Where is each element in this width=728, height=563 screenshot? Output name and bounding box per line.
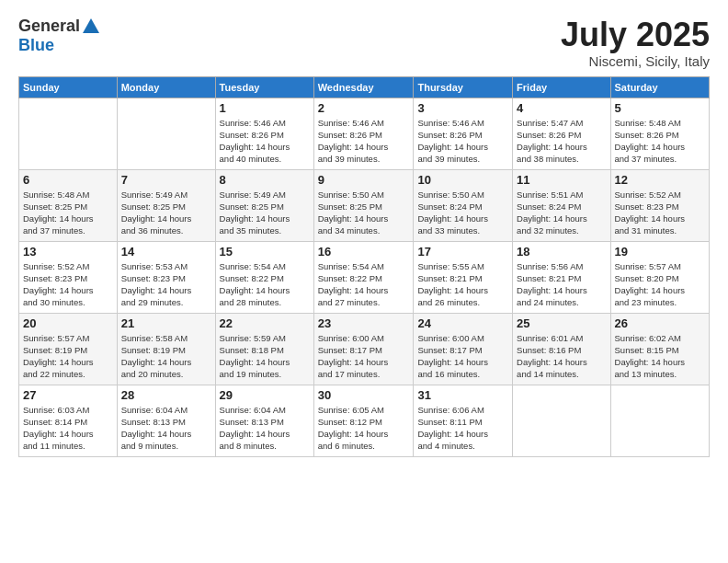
- table-row: 28Sunrise: 6:04 AM Sunset: 8:13 PM Dayli…: [117, 385, 215, 456]
- table-row: 27Sunrise: 6:03 AM Sunset: 8:14 PM Dayli…: [19, 385, 118, 456]
- table-row: [19, 98, 118, 169]
- day-info: Sunrise: 5:50 AM Sunset: 8:25 PM Dayligh…: [318, 189, 410, 237]
- day-number: 10: [417, 173, 508, 187]
- header-wednesday: Wednesday: [313, 76, 414, 98]
- table-row: 12Sunrise: 5:52 AM Sunset: 8:23 PM Dayli…: [610, 169, 709, 241]
- logo-icon: [81, 17, 101, 37]
- page: General Blue July 2025 Niscemi, Sicily, …: [0, 0, 728, 563]
- month-title: July 2025: [561, 17, 710, 53]
- day-number: 28: [121, 388, 211, 402]
- day-number: 29: [220, 388, 310, 402]
- day-number: 26: [615, 316, 705, 330]
- day-info: Sunrise: 5:51 AM Sunset: 8:24 PM Dayligh…: [517, 189, 606, 237]
- table-row: 18Sunrise: 5:56 AM Sunset: 8:21 PM Dayli…: [513, 241, 610, 313]
- day-number: 23: [318, 316, 410, 330]
- table-row: 14Sunrise: 5:53 AM Sunset: 8:23 PM Dayli…: [117, 241, 215, 313]
- table-row: 6Sunrise: 5:48 AM Sunset: 8:25 PM Daylig…: [19, 169, 118, 241]
- day-number: 25: [517, 316, 606, 330]
- table-row: [513, 385, 610, 456]
- day-info: Sunrise: 6:04 AM Sunset: 8:13 PM Dayligh…: [220, 404, 310, 453]
- logo-blue-text: Blue: [18, 36, 54, 54]
- day-info: Sunrise: 5:53 AM Sunset: 8:23 PM Dayligh…: [121, 260, 211, 309]
- day-info: Sunrise: 5:46 AM Sunset: 8:26 PM Dayligh…: [417, 117, 508, 166]
- calendar-week-row: 6Sunrise: 5:48 AM Sunset: 8:25 PM Daylig…: [19, 169, 710, 241]
- table-row: 20Sunrise: 5:57 AM Sunset: 8:19 PM Dayli…: [19, 313, 118, 385]
- day-number: 14: [121, 245, 211, 259]
- day-number: 13: [23, 245, 113, 259]
- header-friday: Friday: [513, 76, 610, 98]
- calendar-week-row: 1Sunrise: 5:46 AM Sunset: 8:26 PM Daylig…: [19, 98, 710, 169]
- table-row: 30Sunrise: 6:05 AM Sunset: 8:12 PM Dayli…: [313, 385, 414, 456]
- day-info: Sunrise: 5:55 AM Sunset: 8:21 PM Dayligh…: [417, 260, 508, 309]
- table-row: 11Sunrise: 5:51 AM Sunset: 8:24 PM Dayli…: [513, 169, 610, 241]
- table-row: 10Sunrise: 5:50 AM Sunset: 8:24 PM Dayli…: [414, 169, 513, 241]
- day-info: Sunrise: 6:01 AM Sunset: 8:16 PM Dayligh…: [517, 332, 606, 381]
- day-info: Sunrise: 6:06 AM Sunset: 8:11 PM Dayligh…: [417, 404, 508, 453]
- logo-general-text: General: [18, 17, 80, 35]
- day-info: Sunrise: 5:50 AM Sunset: 8:24 PM Dayligh…: [417, 189, 508, 237]
- calendar: Sunday Monday Tuesday Wednesday Thursday…: [18, 76, 710, 457]
- day-info: Sunrise: 5:47 AM Sunset: 8:26 PM Dayligh…: [517, 117, 606, 166]
- day-info: Sunrise: 5:46 AM Sunset: 8:26 PM Dayligh…: [318, 117, 410, 166]
- day-info: Sunrise: 6:00 AM Sunset: 8:17 PM Dayligh…: [318, 332, 410, 381]
- day-number: 7: [121, 173, 211, 187]
- table-row: 5Sunrise: 5:48 AM Sunset: 8:26 PM Daylig…: [610, 98, 709, 169]
- subtitle: Niscemi, Sicily, Italy: [561, 53, 710, 69]
- day-info: Sunrise: 5:56 AM Sunset: 8:21 PM Dayligh…: [517, 260, 606, 309]
- table-row: [117, 98, 215, 169]
- calendar-header-row: Sunday Monday Tuesday Wednesday Thursday…: [19, 76, 710, 98]
- day-info: Sunrise: 6:04 AM Sunset: 8:13 PM Dayligh…: [121, 404, 211, 453]
- table-row: 31Sunrise: 6:06 AM Sunset: 8:11 PM Dayli…: [414, 385, 513, 456]
- table-row: 26Sunrise: 6:02 AM Sunset: 8:15 PM Dayli…: [610, 313, 709, 385]
- header-monday: Monday: [117, 76, 215, 98]
- table-row: 19Sunrise: 5:57 AM Sunset: 8:20 PM Dayli…: [610, 241, 709, 313]
- day-number: 22: [220, 316, 310, 330]
- table-row: 24Sunrise: 6:00 AM Sunset: 8:17 PM Dayli…: [414, 313, 513, 385]
- table-row: 17Sunrise: 5:55 AM Sunset: 8:21 PM Dayli…: [414, 241, 513, 313]
- header-saturday: Saturday: [610, 76, 709, 98]
- table-row: 16Sunrise: 5:54 AM Sunset: 8:22 PM Dayli…: [313, 241, 414, 313]
- day-number: 6: [23, 173, 113, 187]
- table-row: 15Sunrise: 5:54 AM Sunset: 8:22 PM Dayli…: [215, 241, 313, 313]
- day-number: 30: [318, 388, 410, 402]
- day-info: Sunrise: 6:02 AM Sunset: 8:15 PM Dayligh…: [615, 332, 705, 381]
- day-number: 12: [615, 173, 705, 187]
- day-number: 18: [517, 245, 606, 259]
- day-number: 16: [318, 245, 410, 259]
- day-info: Sunrise: 5:54 AM Sunset: 8:22 PM Dayligh…: [220, 260, 310, 309]
- calendar-week-row: 27Sunrise: 6:03 AM Sunset: 8:14 PM Dayli…: [19, 385, 710, 456]
- logo: General Blue: [18, 17, 102, 55]
- day-info: Sunrise: 5:48 AM Sunset: 8:26 PM Dayligh…: [615, 117, 705, 166]
- header-tuesday: Tuesday: [215, 76, 313, 98]
- day-number: 3: [417, 101, 508, 115]
- day-info: Sunrise: 5:48 AM Sunset: 8:25 PM Dayligh…: [23, 189, 113, 237]
- table-row: 4Sunrise: 5:47 AM Sunset: 8:26 PM Daylig…: [513, 98, 610, 169]
- table-row: [610, 385, 709, 456]
- day-info: Sunrise: 5:58 AM Sunset: 8:19 PM Dayligh…: [121, 332, 211, 381]
- table-row: 23Sunrise: 6:00 AM Sunset: 8:17 PM Dayli…: [313, 313, 414, 385]
- table-row: 25Sunrise: 6:01 AM Sunset: 8:16 PM Dayli…: [513, 313, 610, 385]
- day-number: 11: [517, 173, 606, 187]
- table-row: 7Sunrise: 5:49 AM Sunset: 8:25 PM Daylig…: [117, 169, 215, 241]
- table-row: 21Sunrise: 5:58 AM Sunset: 8:19 PM Dayli…: [117, 313, 215, 385]
- day-number: 24: [417, 316, 508, 330]
- table-row: 29Sunrise: 6:04 AM Sunset: 8:13 PM Dayli…: [215, 385, 313, 456]
- day-number: 21: [121, 316, 211, 330]
- calendar-week-row: 13Sunrise: 5:52 AM Sunset: 8:23 PM Dayli…: [19, 241, 710, 313]
- day-number: 1: [220, 101, 310, 115]
- day-number: 4: [517, 101, 606, 115]
- day-info: Sunrise: 5:49 AM Sunset: 8:25 PM Dayligh…: [121, 189, 211, 237]
- day-info: Sunrise: 5:49 AM Sunset: 8:25 PM Dayligh…: [220, 189, 310, 237]
- day-number: 15: [220, 245, 310, 259]
- table-row: 8Sunrise: 5:49 AM Sunset: 8:25 PM Daylig…: [215, 169, 313, 241]
- table-row: 1Sunrise: 5:46 AM Sunset: 8:26 PM Daylig…: [215, 98, 313, 169]
- day-info: Sunrise: 6:05 AM Sunset: 8:12 PM Dayligh…: [318, 404, 410, 453]
- header-thursday: Thursday: [414, 76, 513, 98]
- header: General Blue July 2025 Niscemi, Sicily, …: [18, 17, 710, 69]
- day-number: 8: [220, 173, 310, 187]
- day-number: 9: [318, 173, 410, 187]
- day-info: Sunrise: 5:54 AM Sunset: 8:22 PM Dayligh…: [318, 260, 410, 309]
- calendar-week-row: 20Sunrise: 5:57 AM Sunset: 8:19 PM Dayli…: [19, 313, 710, 385]
- day-number: 31: [417, 388, 508, 402]
- day-number: 17: [417, 245, 508, 259]
